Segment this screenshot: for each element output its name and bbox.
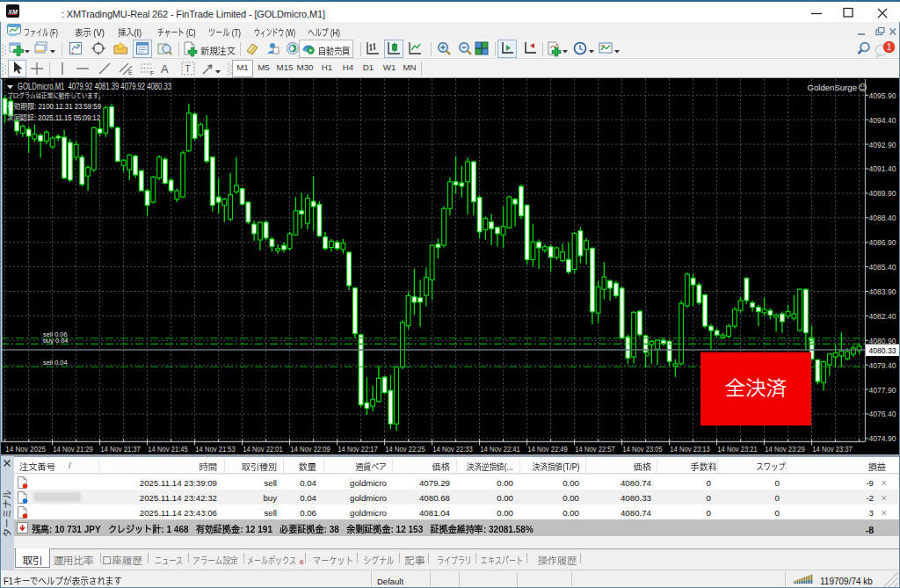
svg-text:14 Nov 23:13: 14 Nov 23:13 <box>670 443 710 455</box>
svg-text:4095.90: 4095.90 <box>869 90 896 102</box>
svg-text:14 Nov 22:09: 14 Nov 22:09 <box>290 443 330 455</box>
svg-text:4092.90: 4092.90 <box>869 139 896 151</box>
svg-text:4083.90: 4083.90 <box>869 286 896 298</box>
svg-text:14 Nov 22:17: 14 Nov 22:17 <box>338 443 378 455</box>
svg-text:1: 1 <box>887 42 892 52</box>
svg-text:XM: XM <box>7 9 18 15</box>
svg-text:有効期限: 2100.12.31 23:59:59: 有効期限: 2100.12.31 23:59:59 <box>7 101 101 113</box>
svg-text:14 Nov 21:37: 14 Nov 21:37 <box>100 443 141 455</box>
svg-text:14 Nov 23:21: 14 Nov 23:21 <box>717 443 758 455</box>
svg-text:sell 0.04: sell 0.04 <box>43 358 68 367</box>
svg-text:4089.90: 4089.90 <box>869 187 896 200</box>
svg-text:プログラムは正常に動作しています。: プログラムは正常に動作しています。 <box>7 91 104 102</box>
svg-text:14 Nov 23:05: 14 Nov 23:05 <box>622 443 663 455</box>
svg-text:4094.40: 4094.40 <box>869 114 896 127</box>
svg-text:4076.40: 4076.40 <box>869 408 896 420</box>
svg-text:GoldenSurge: GoldenSurge <box>807 82 857 94</box>
svg-text:4088.40: 4088.40 <box>869 212 896 224</box>
svg-text:4080.33: 4080.33 <box>869 345 896 357</box>
svg-text:E: E <box>128 69 133 76</box>
svg-text:14 Nov 21:45: 14 Nov 21:45 <box>148 443 188 455</box>
svg-text:14 Nov 22:33: 14 Nov 22:33 <box>432 443 473 455</box>
svg-text:14 Nov 22:41: 14 Nov 22:41 <box>480 443 520 455</box>
svg-text:次回認証: 2025.11.15 05:09:12: 次回認証: 2025.11.15 05:09:12 <box>7 113 100 124</box>
svg-text:4082.40: 4082.40 <box>869 310 896 323</box>
svg-text:14 Nov 2025: 14 Nov 2025 <box>5 443 46 455</box>
svg-text:14 Nov 23:29: 14 Nov 23:29 <box>765 443 805 455</box>
svg-text:buy 0.04: buy 0.04 <box>43 336 68 345</box>
svg-text:14 Nov 21:53: 14 Nov 21:53 <box>195 443 236 455</box>
svg-text:14 Nov 22:57: 14 Nov 22:57 <box>575 443 615 455</box>
svg-text:4086.90: 4086.90 <box>869 236 896 249</box>
svg-text:F: F <box>150 70 154 76</box>
svg-text:14 Nov 22:01: 14 Nov 22:01 <box>243 443 283 455</box>
svg-text:4074.90: 4074.90 <box>869 432 896 445</box>
svg-text:14 Nov 22:49: 14 Nov 22:49 <box>527 443 568 455</box>
svg-text:14 Nov 23:37: 14 Nov 23:37 <box>812 443 853 455</box>
svg-text:14 Nov 22:25: 14 Nov 22:25 <box>385 443 425 455</box>
svg-text:14 Nov 21:29: 14 Nov 21:29 <box>53 443 93 455</box>
svg-text:4085.40: 4085.40 <box>869 261 896 273</box>
svg-text:全決済: 全決済 <box>725 374 788 404</box>
svg-text:4079.40: 4079.40 <box>869 359 896 372</box>
svg-text:4091.40: 4091.40 <box>869 163 896 175</box>
svg-text:T: T <box>185 64 191 74</box>
svg-text:4077.90: 4077.90 <box>869 384 896 396</box>
